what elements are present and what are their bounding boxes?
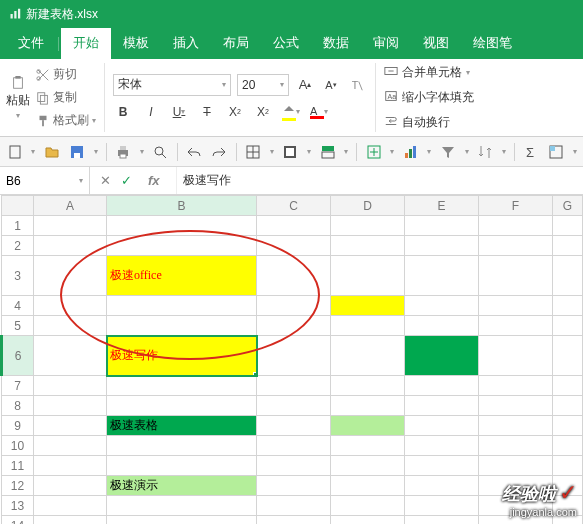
font-size-select[interactable]: 20▾ bbox=[237, 74, 289, 96]
col-header[interactable]: F bbox=[479, 196, 553, 216]
select-all-corner[interactable] bbox=[2, 196, 34, 216]
subscript-button[interactable]: X2 bbox=[253, 102, 273, 122]
row-header[interactable]: 8 bbox=[2, 396, 34, 416]
bold-button[interactable]: B bbox=[113, 102, 133, 122]
svg-rect-17 bbox=[10, 146, 20, 158]
strike-button[interactable]: T bbox=[197, 102, 217, 122]
freeze-button[interactable] bbox=[548, 141, 565, 163]
merge-cells-button[interactable]: 合并单元格▾ bbox=[384, 64, 474, 81]
tab-layout[interactable]: 布局 bbox=[211, 28, 261, 59]
col-header[interactable]: A bbox=[34, 196, 107, 216]
col-header[interactable]: E bbox=[405, 196, 479, 216]
print-button[interactable] bbox=[114, 141, 131, 163]
row-header[interactable]: 10 bbox=[2, 436, 34, 456]
cell-B9[interactable]: 极速表格 bbox=[107, 416, 257, 436]
cell-B6-selected[interactable]: 极速写作 bbox=[107, 336, 257, 376]
chevron-down-icon: ▾ bbox=[307, 147, 311, 156]
row-header[interactable]: 1 bbox=[2, 216, 34, 236]
name-box[interactable]: B6▾ bbox=[0, 167, 90, 194]
borders-button[interactable] bbox=[245, 141, 262, 163]
redo-button[interactable] bbox=[211, 141, 228, 163]
italic-button[interactable]: I bbox=[141, 102, 161, 122]
undo-button[interactable] bbox=[186, 141, 203, 163]
formula-bar: B6▾ ✕ ✓ fx 极速写作 bbox=[0, 167, 583, 195]
row-header[interactable]: 7 bbox=[2, 376, 34, 396]
col-header[interactable]: C bbox=[257, 196, 331, 216]
cell-value: 极速写作 bbox=[110, 348, 158, 362]
open-button[interactable] bbox=[43, 141, 60, 163]
title-bar: 新建表格.xlsx bbox=[0, 0, 583, 28]
cancel-icon[interactable]: ✕ bbox=[100, 173, 111, 188]
col-header[interactable]: G bbox=[553, 196, 583, 216]
insert-button[interactable] bbox=[365, 141, 382, 163]
font-name-select[interactable]: 宋体▾ bbox=[113, 74, 231, 96]
align-button[interactable] bbox=[282, 141, 299, 163]
decrease-font-button[interactable]: A▾ bbox=[321, 75, 341, 95]
cell-D9[interactable] bbox=[331, 416, 405, 436]
tab-formula[interactable]: 公式 bbox=[261, 28, 311, 59]
superscript-button[interactable]: X2 bbox=[225, 102, 245, 122]
chevron-down-icon: ▾ bbox=[427, 147, 431, 156]
cell-B3[interactable]: 极速office bbox=[107, 256, 257, 296]
chart-button[interactable] bbox=[402, 141, 419, 163]
sort-button[interactable] bbox=[477, 141, 494, 163]
underline-button[interactable]: U▾ bbox=[169, 102, 189, 122]
confirm-icon[interactable]: ✓ bbox=[121, 173, 132, 188]
cell-E6[interactable] bbox=[405, 336, 479, 376]
wrap-icon bbox=[384, 114, 398, 131]
increase-font-button[interactable]: A▴ bbox=[295, 75, 315, 95]
cut-button[interactable]: 剪切 bbox=[36, 66, 96, 83]
row-header[interactable]: 9 bbox=[2, 416, 34, 436]
ribbon: 粘贴 ▾ 剪切 复制 格式刷▾ 宋体▾ 20▾ A▴ A▾ T B I U▾ T… bbox=[0, 59, 583, 137]
row-header[interactable]: 13 bbox=[2, 496, 34, 516]
cell-group: 合并单元格▾ Aa缩小字体填充 自动换行 bbox=[384, 63, 482, 132]
new-button[interactable] bbox=[6, 141, 23, 163]
row-header[interactable]: 3 bbox=[2, 256, 34, 296]
format-painter-button[interactable]: 格式刷▾ bbox=[36, 112, 96, 129]
cell-reference: B6 bbox=[6, 174, 21, 188]
tab-view[interactable]: 视图 bbox=[411, 28, 461, 59]
cell-B12[interactable]: 极速演示 bbox=[107, 476, 257, 496]
formula-input[interactable]: 极速写作 bbox=[177, 172, 231, 189]
row-header[interactable]: 11 bbox=[2, 456, 34, 476]
col-header[interactable]: D bbox=[331, 196, 405, 216]
row-header[interactable]: 5 bbox=[2, 316, 34, 336]
paste-button[interactable]: 粘贴 ▾ bbox=[6, 76, 30, 120]
tab-draw[interactable]: 绘图笔 bbox=[461, 28, 524, 59]
tab-home[interactable]: 开始 bbox=[61, 28, 111, 59]
row-header[interactable]: 2 bbox=[2, 236, 34, 256]
wrap-text-button[interactable]: 自动换行 bbox=[384, 114, 474, 131]
row-header[interactable]: 12 bbox=[2, 476, 34, 496]
svg-rect-35 bbox=[405, 153, 408, 158]
svg-rect-40 bbox=[550, 146, 555, 151]
fx-icon[interactable]: fx bbox=[142, 173, 166, 188]
row-header[interactable]: 14 bbox=[2, 516, 34, 525]
col-header[interactable]: B bbox=[107, 196, 257, 216]
svg-rect-30 bbox=[322, 146, 334, 151]
paste-icon bbox=[11, 76, 25, 90]
fill-color-button[interactable]: ▾ bbox=[281, 102, 301, 122]
row-header[interactable]: 4 bbox=[2, 296, 34, 316]
chevron-down-icon: ▾ bbox=[344, 147, 348, 156]
shrink-fit-button[interactable]: Aa缩小字体填充 bbox=[384, 89, 474, 106]
tab-data[interactable]: 数据 bbox=[311, 28, 361, 59]
chevron-down-icon: ▾ bbox=[181, 107, 185, 116]
font-color-button[interactable]: A▾ bbox=[309, 102, 329, 122]
separator bbox=[356, 143, 357, 161]
tab-file[interactable]: 文件 bbox=[6, 28, 56, 59]
tab-insert[interactable]: 插入 bbox=[161, 28, 211, 59]
spreadsheet-grid[interactable]: A B C D E F G 1 2 3极速office 4 5 6极速写作 7 … bbox=[0, 195, 583, 524]
tab-template[interactable]: 模板 bbox=[111, 28, 161, 59]
row-header[interactable]: 6 bbox=[2, 336, 34, 376]
cellstyle-button[interactable] bbox=[319, 141, 336, 163]
preview-button[interactable] bbox=[152, 141, 169, 163]
fill-handle[interactable] bbox=[253, 372, 257, 376]
tab-review[interactable]: 审阅 bbox=[361, 28, 411, 59]
chevron-down-icon: ▾ bbox=[31, 147, 35, 156]
copy-button[interactable]: 复制 bbox=[36, 89, 96, 106]
save-button[interactable] bbox=[68, 141, 85, 163]
sum-button[interactable]: Σ bbox=[523, 141, 540, 163]
clear-format-button[interactable]: T bbox=[347, 75, 367, 95]
cell-D4[interactable] bbox=[331, 296, 405, 316]
filter-button[interactable] bbox=[439, 141, 456, 163]
